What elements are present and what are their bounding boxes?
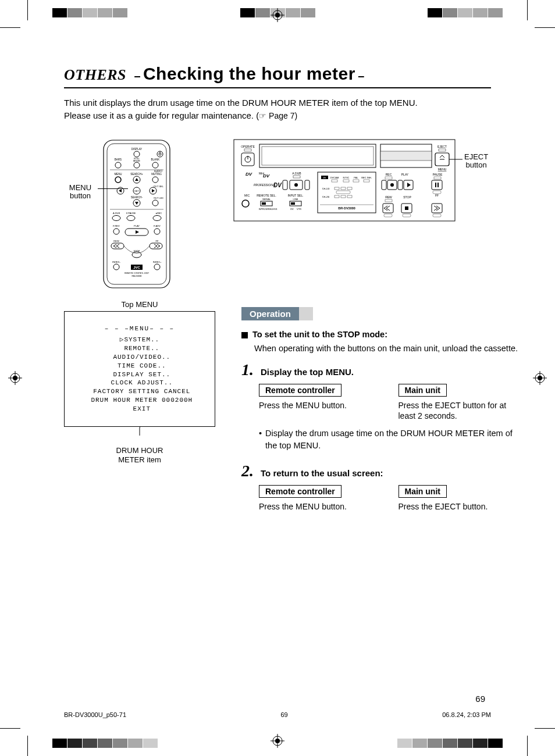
- main-unit-label: Main unit: [399, 485, 447, 498]
- svg-text:INDEX+: INDEX+: [153, 261, 162, 263]
- svg-text:DV: DV: [273, 182, 282, 188]
- svg-text:REMOTE SEL.: REMOTE SEL.: [257, 194, 276, 197]
- crop-mark: [527, 736, 528, 756]
- svg-text:WIRELESS: WIRELESS: [265, 208, 278, 211]
- print-footer: BR-DV3000U_p50-71 69 06.8.24, 2:03 PM: [64, 711, 491, 718]
- page-title-row: OTHERS – Checking the hour meter –: [64, 64, 491, 88]
- crop-mark: [535, 27, 555, 28]
- operation-section: Operation To set the unit to the STOP mo…: [241, 297, 520, 512]
- svg-point-142: [390, 183, 394, 187]
- svg-text:REC INH.: REC INH.: [361, 176, 372, 179]
- menu-item: EXIT: [129, 405, 151, 412]
- step2-remote-text: Press the MENU button.: [259, 501, 381, 512]
- remote-controller-label: Remote controller: [259, 485, 341, 498]
- svg-text:CH-2/6: CH-2/6: [322, 195, 330, 198]
- intro-text: This unit displays the drum usage time o…: [64, 97, 491, 122]
- svg-rect-110: [291, 202, 295, 205]
- svg-text:II PAUSE: II PAUSE: [126, 212, 136, 215]
- square-bullet-icon: [241, 332, 248, 338]
- drum-hour-label: DRUM HOUR: [116, 446, 163, 455]
- svg-text:PAL: PAL: [354, 176, 358, 179]
- svg-text:INPUT SEL.: INPUT SEL.: [287, 194, 303, 197]
- svg-text:SEARCH+: SEARCH+: [130, 173, 143, 176]
- svg-text:OUT SEL: OUT SEL: [154, 185, 164, 188]
- menu-item: DISPLAY SET..: [109, 371, 170, 378]
- bullet-icon: •: [259, 427, 262, 451]
- menu-item: ▷SYSTEM..: [120, 336, 159, 343]
- svg-text:REMOTE CONTROL UNIT: REMOTE CONTROL UNIT: [124, 272, 150, 274]
- eject-button-label: EJECT: [464, 152, 488, 161]
- svg-text:NTSC: NTSC: [343, 176, 350, 179]
- step1-remote-text: Press the MENU button.: [259, 400, 381, 411]
- svg-text:STOP: STOP: [403, 195, 411, 199]
- remote-illustration: DISPLAY BARS STILL MODE BLANK AUDIO MENU…: [102, 138, 172, 290]
- svg-text:MODE: MODE: [133, 159, 140, 162]
- svg-text:VTR: VTR: [297, 208, 301, 211]
- menu-item: CLOCK ADJUST..: [106, 379, 173, 386]
- registration-mark-icon: [271, 8, 284, 22]
- step-number: 2.: [241, 462, 254, 480]
- svg-text:EJECT: EJECT: [437, 145, 447, 148]
- page: OTHERS – Checking the hour meter – This …: [35, 35, 520, 721]
- dash: –: [358, 69, 364, 82]
- operation-heading: Operation: [241, 307, 299, 320]
- menu-item: AUDIO/VIDEO..: [109, 354, 170, 361]
- menu-button-label: button: [70, 191, 91, 200]
- svg-rect-147: [437, 183, 439, 187]
- svg-text:PLAY: PLAY: [134, 224, 140, 227]
- svg-text:CH-1/3: CH-1/3: [322, 187, 330, 190]
- svg-text:BR-DV3000: BR-DV3000: [338, 206, 355, 210]
- svg-text:DV: DV: [263, 173, 270, 179]
- svg-text:BLANK: BLANK: [151, 158, 160, 161]
- heading-tail: [299, 307, 313, 320]
- svg-text:BARS: BARS: [115, 158, 122, 161]
- menu-button-label: MENU: [69, 183, 91, 192]
- step-title: Display the top MENU.: [261, 367, 354, 377]
- crop-mark: [535, 728, 555, 729]
- svg-text:FF: FF: [435, 194, 439, 197]
- svg-text:A.DUB: A.DUB: [113, 212, 120, 215]
- crop-mark: [527, 0, 528, 20]
- svg-rect-146: [435, 183, 436, 187]
- svg-text:LINE: LINE: [293, 198, 298, 201]
- svg-text:PLAY: PLAY: [401, 173, 409, 176]
- registration-mark-icon: [533, 371, 547, 385]
- svg-text:INDEX-: INDEX-: [112, 261, 120, 263]
- svg-text:F.ADV: F.ADV: [154, 224, 161, 227]
- svg-text:PAUSE: PAUSE: [433, 173, 443, 176]
- menu-screen: – – –MENU– – –▷SYSTEM.. REMOTE.. AUDIO/V…: [64, 311, 215, 427]
- svg-rect-155: [405, 206, 408, 210]
- step1-bullet-text: Display the drum usage time on the DRUM …: [265, 427, 520, 451]
- remote-label: DISPLAY: [131, 148, 143, 151]
- stop-mode-body: When operating with the buttons on the m…: [254, 343, 520, 354]
- svg-text:OPERATE: OPERATE: [241, 145, 255, 148]
- remote-controller-figure: MENU button DISPLAY BARS STILL MODE BLAN…: [64, 138, 209, 465]
- footer-timestamp: 06.8.24, 2:03 PM: [442, 711, 491, 718]
- svg-text:WPIN: WPIN: [259, 208, 265, 211]
- menu-item: DRUM HOUR METER 000200H: [87, 397, 193, 404]
- section-label: OTHERS: [64, 66, 126, 83]
- eject-button-label: button: [466, 161, 487, 169]
- svg-text:A.DUB: A.DUB: [292, 172, 301, 175]
- menu-item: REMOTE..: [120, 345, 159, 352]
- crop-mark: [27, 736, 28, 756]
- svg-text:FF: FF: [156, 240, 159, 243]
- registration-mark-icon: [8, 371, 22, 385]
- deck-figure: OPERATE EJECT MENU DV Mini DV PROFE: [233, 138, 491, 226]
- step-title: To return to the usual screen:: [261, 468, 383, 478]
- svg-text:●REC: ●REC: [156, 212, 162, 215]
- page-number: 69: [475, 694, 485, 704]
- top-menu-label: Top MENU: [64, 300, 215, 309]
- svg-text:MIC: MIC: [244, 194, 250, 197]
- main-unit-label: Main unit: [399, 384, 447, 397]
- crop-mark: [27, 0, 28, 20]
- footer-filename: BR-DV3000U_p50-71: [64, 711, 126, 718]
- svg-text:OUT LEX: OUT LEX: [154, 197, 163, 199]
- svg-text:SEARCH-: SEARCH-: [131, 196, 143, 199]
- svg-text:MENU: MENU: [438, 167, 447, 171]
- page-reference: ☞ Page 7): [259, 111, 297, 120]
- svg-text:SERIAL: SERIAL: [262, 198, 271, 201]
- svg-text:RM-G3000: RM-G3000: [131, 275, 141, 277]
- svg-text:MUTING: MUTING: [151, 173, 162, 176]
- menu-item: TIME CODE..: [113, 362, 166, 369]
